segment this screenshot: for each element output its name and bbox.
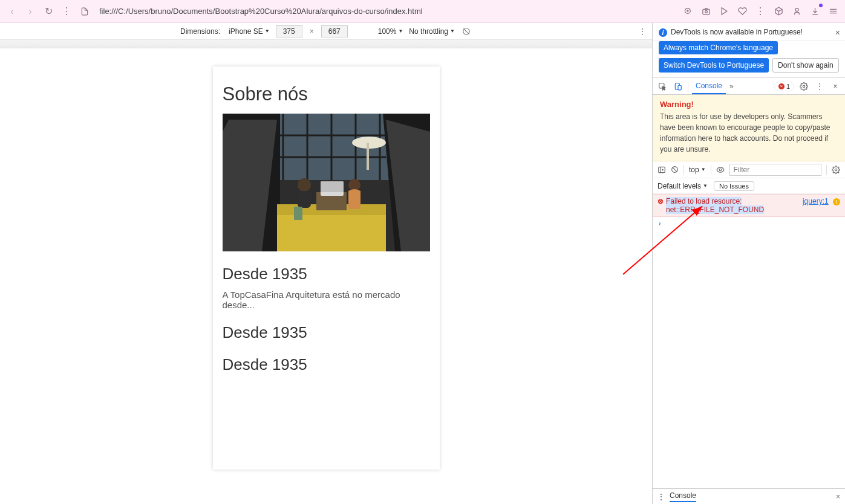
banner-buttons: Always match Chrome's language Switch De…	[653, 41, 845, 78]
svg-point-47	[835, 169, 837, 171]
dimension-separator: ×	[310, 27, 314, 36]
site-info-icon[interactable]	[77, 4, 92, 19]
error-icon: ⊗	[657, 197, 666, 214]
svg-point-7	[795, 8, 798, 11]
forward-button[interactable]: ›	[23, 4, 38, 19]
close-devtools-icon[interactable]: ×	[829, 80, 841, 92]
gear-icon[interactable]	[798, 80, 810, 92]
back-button[interactable]: ‹	[5, 4, 19, 19]
svg-point-46	[719, 169, 722, 171]
svg-rect-3	[702, 9, 709, 14]
dimensions-label: Dimensions:	[180, 27, 220, 36]
clear-console-icon[interactable]	[671, 166, 679, 173]
width-input[interactable]: 375	[276, 25, 302, 37]
issues-button[interactable]: No Issues	[714, 181, 754, 191]
console-body[interactable]: ⊗ Failed to load resource: net::ERR_FILE…	[653, 194, 845, 488]
devtools-tabbar: Console » ×1 ⋮ ×	[653, 78, 845, 95]
reload-button[interactable]: ↻	[41, 4, 56, 19]
height-input[interactable]: 667	[321, 25, 348, 37]
error-source-link[interactable]: jquery:1	[803, 197, 829, 205]
svg-point-41	[803, 85, 805, 88]
dont-show-button[interactable]: Don't show again	[772, 58, 839, 73]
devtools-panel: i DevTools is now available in Portugues…	[653, 23, 845, 504]
banner-text: DevTools is now available in Portuguese!	[671, 28, 803, 36]
toolbar-more[interactable]: ⋮	[59, 4, 74, 19]
kebab-icon[interactable]: ⋮	[814, 80, 826, 92]
address-bar[interactable]: file:///C:/Users/bruno/Documents/Bootstr…	[99, 7, 677, 16]
device-frame: Sobre nós	[213, 66, 440, 470]
svg-rect-33	[321, 181, 344, 192]
ruler	[0, 40, 652, 48]
drawer-tab-console[interactable]: Console	[670, 491, 696, 502]
device-preview-pane: Dimensions: iPhone SE▼ 375 × 667 100%▼ N…	[0, 23, 653, 504]
context-select[interactable]: top▼	[689, 166, 706, 174]
svg-marker-5	[722, 8, 727, 15]
self-xss-warning: Warning! This area is for use by develop…	[653, 95, 845, 161]
console-settings-icon[interactable]	[832, 166, 840, 174]
heart-icon[interactable]	[735, 4, 749, 19]
svg-point-4	[705, 10, 707, 13]
toolbar-more-2[interactable]: ⋮	[753, 4, 768, 19]
drawer-menu-icon[interactable]: ⋮	[657, 493, 665, 501]
page-title: Sobre nós	[223, 83, 430, 105]
inspect-icon[interactable]	[656, 80, 668, 92]
device-toolbar-more[interactable]: ⋮	[639, 27, 646, 36]
console-toolbar: top▼	[653, 161, 845, 178]
warning-title: Warning!	[660, 100, 838, 109]
rotate-icon[interactable]	[461, 26, 472, 37]
info-icon: i	[659, 28, 667, 37]
live-expression-icon[interactable]	[716, 166, 725, 174]
device-select[interactable]: iPhone SE▼	[229, 27, 270, 36]
svg-rect-42	[659, 167, 665, 172]
always-match-button[interactable]: Always match Chrome's language	[659, 41, 778, 54]
warning-badge-icon: !	[833, 198, 840, 205]
console-error-row[interactable]: ⊗ Failed to load resource: net::ERR_FILE…	[653, 194, 845, 217]
download-icon[interactable]	[807, 4, 822, 19]
profile-icon[interactable]	[789, 4, 804, 19]
svg-line-45	[673, 167, 677, 172]
screenshot-icon[interactable]	[699, 4, 713, 19]
svg-rect-28	[367, 143, 369, 170]
svg-point-34	[298, 178, 311, 192]
tab-console[interactable]: Console	[692, 78, 726, 94]
filter-input[interactable]	[729, 164, 821, 176]
device-toolbar: Dimensions: iPhone SE▼ 375 × 667 100%▼ N…	[0, 23, 652, 40]
console-toolbar-2: Default levels▼ No Issues	[653, 178, 845, 194]
page-h3-3: Desde 1935	[223, 355, 430, 374]
device-toggle-icon[interactable]	[672, 80, 684, 92]
browser-toolbar: ‹ › ↻ ⋮ file:///C:/Users/bruno/Documents…	[0, 0, 845, 23]
close-icon[interactable]: ×	[835, 28, 840, 37]
page-h3-2: Desde 1935	[223, 323, 430, 342]
page-image	[223, 114, 430, 251]
svg-rect-40	[678, 85, 681, 90]
more-tabs-icon[interactable]: »	[729, 82, 734, 91]
zoom-select[interactable]: 100%▼	[378, 27, 403, 36]
error-count-badge[interactable]: ×1	[774, 82, 794, 91]
page-h3-1: Desde 1935	[223, 265, 430, 283]
throttling-select[interactable]: No throttling▼	[409, 27, 455, 36]
console-prompt[interactable]: ›	[653, 217, 845, 230]
log-levels-select[interactable]: Default levels▼	[657, 182, 708, 190]
error-source: jquery:1 !	[803, 197, 840, 214]
menu-icon[interactable]	[826, 4, 840, 19]
devtools-drawer: ⋮ Console ×	[653, 488, 845, 504]
zoom-icon[interactable]	[680, 4, 695, 19]
svg-rect-35	[298, 191, 311, 208]
preview-canvas[interactable]: Sobre nós	[0, 48, 652, 504]
page-paragraph: A TopCasaFina Arquitetura está no mercad…	[223, 289, 430, 310]
send-icon[interactable]	[717, 4, 731, 19]
cube-icon[interactable]	[771, 4, 786, 19]
svg-rect-36	[294, 207, 302, 220]
svg-line-13	[463, 28, 469, 34]
warning-body: This area is for use by developers only.…	[660, 111, 838, 155]
language-info-banner: i DevTools is now available in Portugues…	[653, 23, 845, 41]
switch-language-button[interactable]: Switch DevTools to Portuguese	[659, 58, 769, 73]
sidebar-toggle-icon[interactable]	[657, 166, 666, 174]
drawer-close-icon[interactable]: ×	[836, 493, 840, 501]
error-message: Failed to load resource: net::ERR_FILE_N…	[666, 197, 798, 214]
